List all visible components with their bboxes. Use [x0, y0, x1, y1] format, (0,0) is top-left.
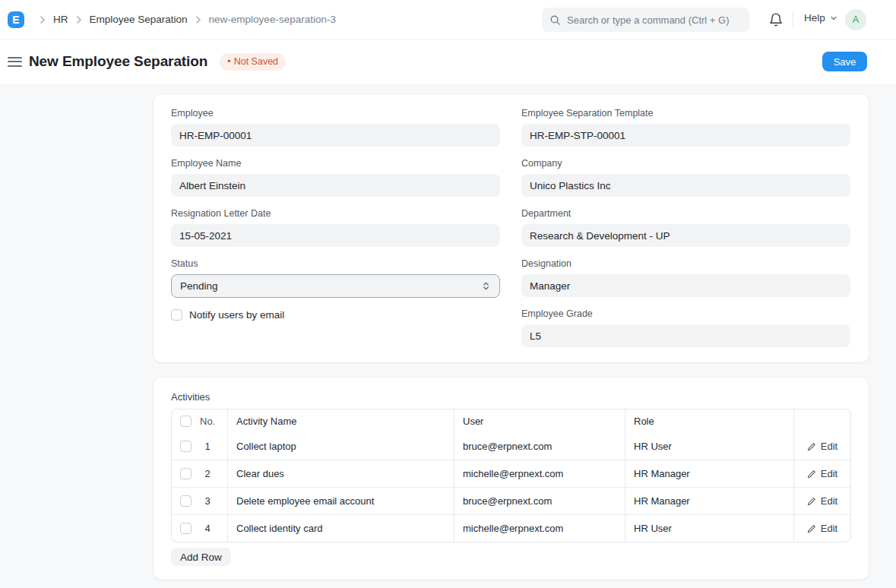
- status-badge-dot: •: [227, 56, 230, 67]
- field-select[interactable]: Pending: [171, 274, 500, 298]
- activities-card: Activities No. Activity Name User Role 1…: [154, 378, 869, 580]
- table-row: 2 Clear dues michelle@erpnext.com HR Man…: [172, 460, 850, 487]
- activities-table-body: 1 Collect laptop bruce@erpnext.com HR Us…: [172, 433, 850, 542]
- notify-users-label[interactable]: Notify users by email: [189, 309, 284, 321]
- field-input[interactable]: [521, 124, 850, 147]
- status-badge: •Not Saved: [220, 53, 286, 71]
- sidebar-toggle-icon[interactable]: [8, 55, 22, 68]
- select-value: Pending: [180, 280, 218, 292]
- row-number: 1: [200, 441, 215, 452]
- pencil-icon: [807, 469, 816, 479]
- user-avatar[interactable]: A: [845, 9, 866, 30]
- table-row: 1 Collect laptop bruce@erpnext.com HR Us…: [172, 433, 850, 460]
- row-checkbox[interactable]: [180, 495, 192, 507]
- field-department: Department: [521, 208, 850, 247]
- field-input[interactable]: [521, 224, 850, 247]
- field-input[interactable]: [521, 274, 850, 297]
- breadcrumb-item[interactable]: Employee Separation: [90, 14, 188, 25]
- chevron-right-icon: [73, 14, 85, 26]
- column-header-role: Role: [625, 409, 794, 433]
- form-grid: Employee Employee Name Resignation Lette…: [171, 108, 851, 359]
- field-label: Department: [521, 208, 850, 220]
- add-row-button[interactable]: Add Row: [171, 548, 231, 566]
- field-label: Company: [521, 158, 850, 169]
- help-dropdown[interactable]: Help: [804, 12, 838, 24]
- status-badge-label: Not Saved: [234, 56, 278, 67]
- field-company: Company: [521, 158, 850, 197]
- field-label: Employee Name: [171, 158, 500, 169]
- user-cell[interactable]: bruce@erpnext.com: [454, 433, 625, 460]
- field-label: Resignation Letter Date: [171, 208, 500, 220]
- row-number: 2: [200, 468, 215, 479]
- field-employee: Employee: [171, 108, 500, 147]
- chevron-right-icon: [36, 14, 49, 26]
- field-employee-name: Employee Name: [171, 158, 500, 197]
- pencil-icon: [807, 524, 816, 533]
- field-input[interactable]: [521, 324, 850, 347]
- edit-row-button[interactable]: Edit: [803, 492, 842, 510]
- field-input[interactable]: [171, 124, 500, 147]
- activity-name-cell[interactable]: Collect identity card: [228, 515, 454, 542]
- user-cell[interactable]: michelle@erpnext.com: [454, 515, 625, 542]
- app-logo-letter: E: [12, 14, 19, 26]
- field-resignation-letter-date: Resignation Letter Date: [171, 208, 500, 247]
- notify-users-row: Notify users by email: [171, 309, 500, 321]
- page-header: New Employee Separation •Not Saved Save: [0, 40, 896, 84]
- edit-row-button[interactable]: Edit: [803, 520, 842, 537]
- global-search[interactable]: [542, 8, 749, 32]
- form-column-left: Employee Employee Name Resignation Lette…: [171, 108, 500, 359]
- breadcrumb: HR Employee Separation new-employee-sepa…: [32, 14, 336, 26]
- field-label: Designation: [521, 258, 850, 270]
- pencil-icon: [807, 442, 816, 451]
- app-logo[interactable]: E: [8, 11, 24, 28]
- field-label: Employee Grade: [521, 308, 850, 320]
- role-cell[interactable]: HR User: [625, 515, 794, 542]
- row-number: 4: [200, 523, 215, 534]
- chevron-down-icon: [829, 14, 838, 23]
- user-cell[interactable]: bruce@erpnext.com: [454, 488, 625, 514]
- select-updown-icon: [481, 281, 491, 291]
- field-label: Status: [171, 258, 500, 270]
- notify-users-checkbox[interactable]: [171, 309, 182, 321]
- column-header-user: User: [454, 409, 625, 433]
- role-cell[interactable]: HR Manager: [625, 488, 794, 514]
- field-employee-separation-template: Employee Separation Template: [521, 108, 850, 147]
- field-employee-grade: Employee Grade: [521, 308, 850, 347]
- row-checkbox[interactable]: [180, 441, 192, 452]
- pencil-icon: [807, 497, 816, 506]
- separation-form-card: Employee Employee Name Resignation Lette…: [154, 94, 869, 362]
- activity-name-cell[interactable]: Delete employee email account: [228, 488, 454, 514]
- row-checkbox[interactable]: [180, 468, 192, 479]
- field-designation: Designation: [521, 258, 850, 297]
- edit-row-button[interactable]: Edit: [803, 465, 842, 482]
- notifications-bell-icon[interactable]: [768, 12, 784, 27]
- search-icon: [549, 14, 561, 26]
- search-input[interactable]: [567, 14, 742, 26]
- edit-row-button[interactable]: Edit: [803, 438, 842, 455]
- select-all-checkbox[interactable]: [180, 416, 192, 427]
- column-header-activity-name: Activity Name: [228, 409, 454, 433]
- chevron-right-icon: [192, 14, 204, 26]
- field-input[interactable]: [171, 174, 500, 197]
- activities-section-label: Activities: [171, 391, 851, 403]
- role-cell[interactable]: HR User: [625, 433, 794, 460]
- activity-name-cell[interactable]: Clear dues: [228, 460, 454, 487]
- column-header-edit: [794, 409, 850, 433]
- field-input[interactable]: [521, 174, 850, 197]
- form-column-right: Employee Separation Template Company Dep…: [521, 108, 850, 359]
- activity-name-cell[interactable]: Collect laptop: [228, 433, 454, 460]
- avatar-letter: A: [853, 14, 859, 25]
- breadcrumb-item[interactable]: HR: [53, 14, 68, 25]
- user-cell[interactable]: michelle@erpnext.com: [454, 460, 625, 487]
- field-status: Status Pending: [171, 258, 500, 298]
- page-title: New Employee Separation: [29, 53, 207, 70]
- field-label: Employee Separation Template: [521, 108, 850, 119]
- activities-table: No. Activity Name User Role 1 Collect la…: [171, 409, 851, 542]
- column-header-no: No.: [200, 416, 215, 427]
- role-cell[interactable]: HR Manager: [625, 460, 794, 487]
- breadcrumb-item: new-employee-separation-3: [209, 14, 336, 25]
- navbar-divider: [793, 11, 793, 29]
- save-button[interactable]: Save: [822, 52, 867, 71]
- field-input[interactable]: [171, 224, 500, 247]
- row-checkbox[interactable]: [180, 523, 192, 534]
